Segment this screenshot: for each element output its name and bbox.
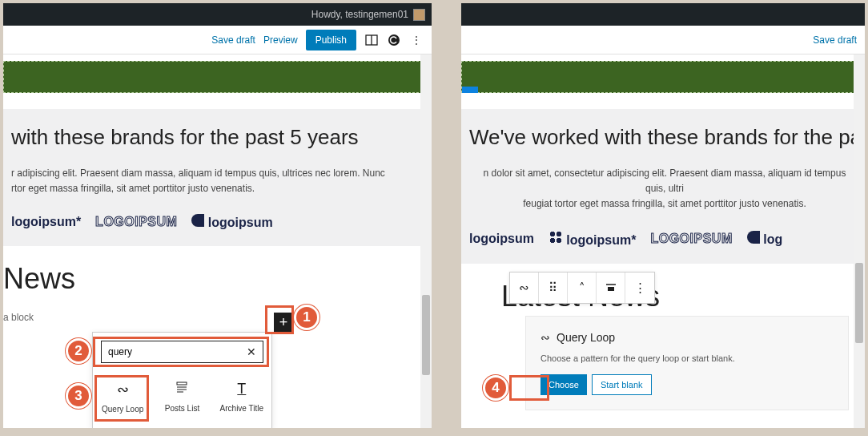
preview-link[interactable]: Preview [263,34,298,46]
save-draft-link[interactable]: Save draft [211,34,255,46]
logo-item: logoipsum* [11,215,81,229]
publish-button[interactable]: Publish [306,30,356,50]
posts-list-icon [175,381,188,398]
move-up-icon[interactable]: ˄ [568,272,597,303]
logo-item: logoipsum [469,232,534,246]
inserter-search-field[interactable]: ✕ [101,341,263,363]
drag-handle-icon[interactable]: ⠿ [539,272,568,303]
screenshot-left: Howdy, testingemen01 Save draft Preview … [3,3,432,428]
brands-heading: with these brands for the past 5 years [11,125,427,150]
block-inserter-popup: ✕ ∾ Query Loop Posts List T Archive Titl… [92,332,272,428]
scrollbar[interactable] [854,54,865,428]
block-type-icon[interactable]: ∾ [510,272,539,303]
logo-item: LOGOIPSUM [95,215,177,229]
more-options-icon[interactable]: ⋮ [409,33,424,47]
choose-button[interactable]: Choose [540,374,587,395]
scrollbar-thumb[interactable] [422,295,430,375]
query-block-subtitle: Choose a pattern for the query loop or s… [540,353,834,363]
inserter-item-label: Archive Title [220,404,263,413]
howdy-text: Howdy, testingemen01 [311,9,408,20]
inserter-item-label: Posts List [165,404,199,413]
inserter-item-label: Query Loop [102,405,143,414]
brand-logos-row: logoipsum* LOGOIPSUM logoipsum [11,214,427,230]
svg-rect-8 [608,287,614,291]
grammarly-icon[interactable] [387,33,401,47]
archive-title-icon: T [237,381,246,398]
start-blank-button[interactable]: Start blank [592,374,652,395]
inserter-item-query-loop[interactable]: ∾ Query Loop [93,374,152,420]
sidebar-toggle-icon[interactable] [364,33,379,47]
avatar[interactable] [413,9,425,21]
query-block-title: ∾ Query Loop [540,331,834,344]
query-loop-icon: ∾ [117,381,129,398]
screenshot-right: Save draft We've worked with these brand… [461,3,865,428]
inserter-results: ∾ Query Loop Posts List T Archive Title [93,371,271,428]
clear-search-icon[interactable]: ✕ [247,345,256,358]
block-more-icon[interactable]: ⋮ [625,272,654,303]
brands-heading: We've worked with these brands for the p… [469,125,860,150]
logo-item: LOGOIPSUM [650,232,732,246]
svg-rect-3 [177,382,187,385]
admin-bar [461,3,865,26]
brands-subtext: n dolor sit amet, consectetur adipiscing… [469,166,860,212]
selection-indicator [462,87,478,93]
save-draft-link[interactable]: Save draft [813,34,857,46]
scrollbar[interactable] [420,54,432,428]
block-toolbar: ∾ ⠿ ˄ ⋮ [509,272,655,304]
query-loop-block: ∾ Query Loop Choose a pattern for the qu… [525,316,849,410]
inserter-item-posts-list[interactable]: Posts List [152,374,211,420]
brands-section: We've worked with these brands for the p… [461,109,860,264]
logo-item: logoipsum [191,214,272,230]
news-section: News a block [3,262,427,323]
news-heading: News [3,262,419,296]
brands-section: with these brands for the past 5 years r… [3,109,427,246]
logo-item: log [747,231,782,247]
brand-logos-row: logoipsum logoipsum* LOGOIPSUM log [469,230,860,248]
search-input[interactable] [108,346,247,357]
align-icon[interactable] [597,272,625,303]
add-block-button[interactable]: + [274,313,293,332]
inserter-item-archive-title[interactable]: T Archive Title [212,374,271,420]
editor-toolbar: Save draft [461,26,865,54]
brands-subtext: r adipiscing elit. Praesent diam massa, … [11,166,427,196]
block-placeholder-text[interactable]: a block [3,312,419,323]
query-block-actions: Choose Start blank [540,374,834,395]
query-loop-icon: ∾ [540,331,550,344]
scrollbar-thumb[interactable] [855,263,863,343]
editor-toolbar: Save draft Preview Publish ⋮ [3,26,432,54]
logo-item: logoipsum* [549,230,637,248]
content-green-band [461,61,860,93]
content-green-band [3,61,427,93]
admin-bar: Howdy, testingemen01 [3,3,432,26]
